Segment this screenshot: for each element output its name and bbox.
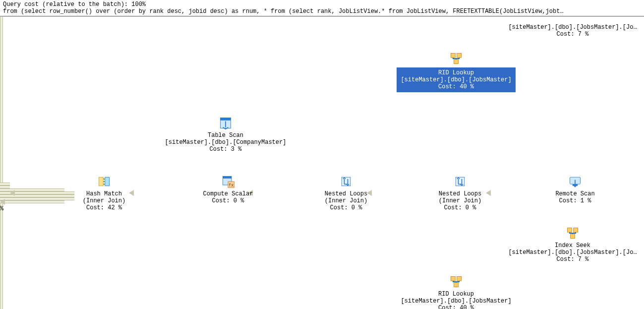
svg-rect-17 [571, 234, 575, 239]
node-cost: Cost: 40 % [401, 305, 511, 309]
svg-text:fx: fx [229, 183, 234, 187]
svg-rect-2 [454, 60, 459, 64]
rid-lookup-icon [397, 52, 516, 65]
node-cost: Cost: 3 % [165, 146, 287, 153]
svg-rect-20 [454, 283, 459, 287]
query-text-line: from (select row_number() over (order by… [3, 8, 641, 15]
node-detail: [siteMaster].[dbo].[JobsMaster].[Jo… [508, 249, 637, 256]
svg-rect-15 [568, 228, 572, 233]
compute-scalar-icon: fx [193, 175, 263, 188]
node-detail: [siteMaster].[dbo].[JobsMaster] [401, 76, 511, 83]
node-cost: Cost: 7 % [508, 31, 637, 38]
plan-node-table-scan[interactable]: Table Scan [siteMaster].[dbo].[CompanyMa… [159, 116, 293, 153]
plan-node-rid-lookup-2[interactable]: RID Lookup [siteMaster].[dbo].[JobsMaste… [397, 275, 516, 309]
svg-rect-4 [221, 118, 231, 121]
index-seek-icon [501, 226, 644, 240]
node-cost: Cost: 0 % [203, 197, 253, 204]
connector [0, 200, 64, 203]
node-cost: Cost: 0 % [325, 204, 367, 211]
plan-node-nested-loops-1[interactable]: Nested Loops (Inner Join) Cost: 0 % [311, 175, 381, 211]
plan-node-jobsmaster-trunc[interactable]: [siteMaster].[dbo].[JobsMaster].[Jo… Cos… [501, 24, 644, 38]
remote-scan-icon [540, 175, 610, 188]
table-scan-icon [159, 116, 293, 130]
node-title: Hash Match [83, 190, 125, 197]
execution-plan-canvas[interactable]: % [siteMaster].[dbo].[JobsMaster].[Jo… C… [0, 17, 644, 309]
plan-node-nested-loops-2[interactable]: Nested Loops (Inner Join) Cost: 0 % [425, 175, 495, 211]
hash-match-icon [74, 175, 134, 188]
nested-loops-icon [425, 175, 495, 188]
node-title: Compute Scalar [203, 190, 253, 197]
svg-rect-8 [223, 177, 232, 179]
connector [0, 17, 3, 183]
arrow-left-icon [0, 199, 5, 205]
plan-node-compute-scalar[interactable]: fx Compute Scalar Cost: 0 % [193, 175, 263, 204]
node-detail: [siteMaster].[dbo].[CompanyMaster] [165, 139, 287, 146]
nested-loops-icon [311, 175, 381, 188]
node-title: RID Lookup [401, 291, 511, 298]
svg-rect-19 [457, 277, 462, 281]
node-title: RID Lookup [401, 69, 511, 76]
node-detail: (Inner Join) [83, 197, 125, 204]
svg-rect-18 [451, 277, 456, 281]
node-cost: Cost: 1 % [555, 197, 594, 204]
rid-lookup-icon [397, 275, 516, 289]
plan-node-hash-match[interactable]: Hash Match (Inner Join) Cost: 42 % [74, 175, 134, 211]
node-title: Nested Loops [325, 190, 367, 197]
node-title: Remote Scan [555, 190, 594, 197]
node-cost: Cost: 40 % [401, 83, 511, 90]
svg-rect-16 [574, 228, 578, 233]
plan-node-index-seek[interactable]: Index Seek [siteMaster].[dbo].[JobsMaste… [501, 226, 644, 263]
node-cost: Cost: 0 % [439, 204, 481, 211]
node-detail: [siteMaster].[dbo].[JobsMaster].[Jo… [508, 24, 637, 31]
query-plan-header: Query cost (relative to the batch): 100%… [0, 0, 644, 16]
arrow-left-icon [10, 190, 15, 196]
node-detail: [siteMaster].[dbo].[JobsMaster] [401, 298, 511, 305]
svg-rect-5 [99, 177, 104, 186]
node-title: Nested Loops [439, 190, 481, 197]
node-detail: (Inner Join) [325, 197, 367, 204]
node-cost: Cost: 7 % [508, 256, 637, 263]
plan-node-rid-lookup-selected[interactable]: RID Lookup [siteMaster].[dbo].[JobsMaste… [397, 52, 516, 92]
left-cost-fragment: % [0, 205, 3, 212]
svg-rect-1 [457, 54, 462, 58]
plan-node-remote-scan[interactable]: Remote Scan Cost: 1 % [540, 175, 610, 204]
node-title: Table Scan [165, 132, 287, 139]
svg-rect-6 [105, 177, 110, 186]
node-title: Index Seek [508, 242, 637, 249]
node-detail: (Inner Join) [439, 197, 481, 204]
node-cost: Cost: 42 % [83, 204, 125, 211]
query-cost-line: Query cost (relative to the batch): 100% [3, 1, 641, 8]
svg-rect-0 [451, 54, 456, 58]
connector [0, 203, 3, 309]
